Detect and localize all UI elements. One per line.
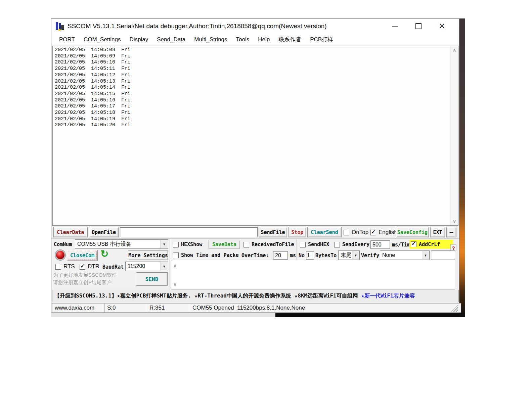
scroll-up-icon[interactable]: ∧ (171, 262, 179, 269)
dtr-checkbox-box[interactable] (80, 264, 85, 270)
show-time-label: Show Time and Packe (181, 252, 239, 258)
english-checkbox-box[interactable] (370, 230, 376, 235)
add-crlf-checkbox-box[interactable] (411, 241, 416, 247)
help-icon[interactable]: ? (450, 244, 456, 251)
extra-field[interactable] (431, 250, 455, 260)
add-crlf-label: AddCrLf (419, 241, 440, 247)
scroll-up-icon[interactable]: ∧ (451, 47, 458, 53)
rts-checkbox-box[interactable] (55, 264, 61, 270)
add-crlf-highlight[interactable]: AddCrLf (409, 240, 453, 249)
status-received-counter: R:351 (147, 303, 192, 313)
send-file-button[interactable]: SendFile (259, 227, 287, 237)
english-checkbox[interactable]: English (370, 228, 397, 237)
hex-show-checkbox-box[interactable] (173, 242, 179, 247)
group-divider (297, 239, 297, 260)
baud-rate-select[interactable]: 115200 ▼ (125, 262, 168, 271)
log-line: 2021/02/05 14:05:14 Fri (55, 85, 130, 91)
stop-button[interactable]: Stop (289, 227, 306, 237)
received-to-file-label: ReceivedToFile (252, 241, 294, 247)
menu-pcb-sample[interactable]: PCB打样 (306, 36, 338, 43)
close-com-button[interactable]: CloseCom (67, 250, 98, 261)
more-settings-button[interactable]: More Settings (128, 250, 168, 260)
chevron-down-icon[interactable]: ▼ (161, 262, 168, 270)
send-hex-label: SendHEX (308, 241, 329, 247)
filename-input[interactable] (120, 227, 258, 237)
bytes-to-label: BytesTo (315, 253, 337, 259)
close-button[interactable]: ✕ (434, 19, 450, 34)
hex-show-checkbox[interactable]: HEXShow (173, 240, 202, 249)
save-data-button[interactable]: SaveData (209, 240, 240, 249)
app-icon (55, 21, 65, 32)
promo-bar[interactable]: 【升级到SSCOM5.13.1】★嘉立创PCB打样SMT贴片服务. ★RT-Th… (52, 290, 459, 302)
show-time-checkbox-box[interactable] (173, 253, 179, 258)
ext-button[interactable]: EXT (430, 227, 445, 237)
send-button[interactable]: SEND (136, 272, 168, 286)
bytes-to-value: 末尾 (341, 252, 351, 259)
menu-tools[interactable]: Tools (232, 36, 254, 43)
dtr-checkbox[interactable]: DTR (80, 262, 99, 271)
verify-value: None (382, 252, 395, 258)
send-every-input[interactable] (370, 240, 390, 249)
ontop-checkbox-box[interactable] (344, 230, 349, 235)
minimize-button[interactable] (387, 19, 403, 34)
status-sent-counter: S:0 (104, 303, 149, 313)
promo-text-link[interactable]: ★新一代WiFi芯片兼容 (361, 292, 415, 300)
title-bar: SSCOM V5.13.1 Serial/Net data debugger,A… (51, 19, 459, 34)
status-website[interactable]: www.daxia.com (52, 303, 107, 313)
menu-send-data[interactable]: Send_Data (152, 36, 190, 43)
bytes-count-input[interactable] (306, 251, 314, 260)
scroll-down-icon[interactable]: ∨ (451, 218, 458, 225)
menu-com-settings[interactable]: COM_Settings (79, 36, 125, 43)
send-every-checkbox[interactable]: SendEvery: (334, 240, 372, 249)
ontop-checkbox[interactable]: OnTop (344, 228, 368, 237)
desktop-background-strip-bottom-light (51, 313, 275, 317)
overtime-label: OverTime: (241, 253, 269, 259)
refresh-ports-icon[interactable]: ↻ (100, 249, 108, 259)
chevron-down-icon[interactable]: ▼ (422, 251, 429, 259)
log-line: 2021/02/05 14:05:19 Fri (55, 116, 130, 123)
column-divider (170, 239, 170, 290)
send-hex-checkbox[interactable]: SendHEX (300, 240, 329, 249)
status-bar: www.daxia.com S:0 R:351 COM55 Opened 115… (51, 303, 459, 313)
menu-help[interactable]: Help (254, 36, 274, 43)
menu-port[interactable]: PORT (55, 36, 79, 43)
clear-send-button[interactable]: ClearSend (307, 227, 342, 237)
log-scrollbar[interactable]: ∧ ∨ (450, 46, 458, 225)
verify-label: Verify (361, 253, 379, 259)
receive-log[interactable]: 2021/02/05 14:05:08 Fri2021/02/05 14:05:… (52, 46, 458, 226)
rts-checkbox[interactable]: RTS (55, 262, 75, 271)
show-time-checkbox[interactable]: Show Time and Packe (173, 251, 239, 260)
verify-select[interactable]: None ▼ (380, 250, 430, 260)
com-port-select[interactable]: COM55 USB 串行设备 ▼ (75, 239, 168, 249)
menu-contact-author[interactable]: 联系作者 (274, 36, 306, 43)
menu-display[interactable]: Display (125, 36, 152, 43)
overtime-input[interactable] (273, 251, 288, 260)
desktop-background-strip-bottom-dark (275, 313, 459, 317)
log-line: 2021/02/05 14:05:16 Fri (55, 97, 130, 104)
send-hex-checkbox-box[interactable] (300, 242, 306, 247)
bytes-to-select[interactable]: 末尾 ▼ (338, 250, 360, 260)
send-every-checkbox-box[interactable] (334, 242, 340, 247)
save-config-button[interactable]: SaveConfig (396, 227, 429, 237)
log-line: 2021/02/05 14:05:18 Fri (55, 110, 130, 116)
received-to-file-checkbox[interactable]: ReceivedToFile (243, 240, 294, 249)
register-note-line1: 为了更好地发展SSCOM软件 (53, 271, 130, 279)
send-every-label: SendEvery: (342, 241, 372, 247)
maximize-button[interactable] (411, 19, 426, 34)
send-text-area[interactable]: ∧ ∨ (171, 260, 455, 289)
register-note-line2: 请您注册嘉立创F结尾客户 (53, 279, 130, 286)
collapse-panel-button[interactable]: — (446, 227, 456, 237)
open-file-button[interactable]: OpenFile (89, 227, 119, 237)
clear-data-button[interactable]: ClearData (53, 227, 88, 237)
log-lines: 2021/02/05 14:05:08 Fri2021/02/05 14:05:… (55, 47, 130, 129)
close-icon: ✕ (439, 22, 445, 31)
received-to-file-checkbox-box[interactable] (243, 242, 249, 247)
log-line: 2021/02/05 14:05:17 Fri (55, 103, 130, 110)
scroll-down-icon[interactable]: ∨ (171, 281, 179, 288)
window-title: SSCOM V5.13.1 Serial/Net data debugger,A… (68, 22, 327, 30)
chevron-down-icon[interactable]: ▼ (352, 251, 359, 259)
log-line: 2021/02/05 14:05:20 Fri (55, 122, 130, 129)
chevron-down-icon[interactable]: ▼ (161, 240, 168, 248)
no-label: No (299, 253, 305, 259)
menu-multi-strings[interactable]: Multi_Strings (190, 36, 231, 43)
